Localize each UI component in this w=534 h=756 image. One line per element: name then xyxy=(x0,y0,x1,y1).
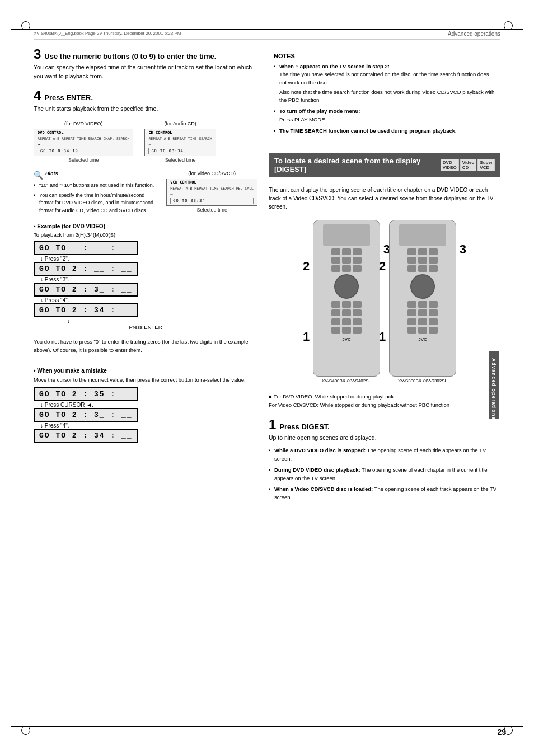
step4-title: Press ENTER. xyxy=(44,93,93,102)
rbtn xyxy=(353,327,362,334)
step4-body: The unit starts playback from the specif… xyxy=(34,105,257,114)
digest-item-3: When a Video CD/SVCD disc is loaded: The… xyxy=(274,485,500,501)
notes-item-2-body: Press PLAY MODE. xyxy=(279,116,326,123)
page-border-bottom xyxy=(11,726,523,727)
goto-arrow-2: ↓ Press "3". xyxy=(40,276,257,283)
digest-title: To locate a desired scene from the displ… xyxy=(274,157,441,173)
remote1-buttons xyxy=(331,248,362,272)
notes-item-2-title: To turn off the play mode menu: xyxy=(279,108,360,114)
dvd-screen-caption: Selected time xyxy=(68,157,99,163)
rbtn xyxy=(331,327,340,334)
digest-badges: DVDVIDEO VideoCD SuperVCD xyxy=(441,159,495,171)
rbtn xyxy=(331,309,340,316)
rbtn xyxy=(353,318,362,325)
rbtn xyxy=(342,265,351,272)
step3-body: You can specify the elapsed time of the … xyxy=(34,63,257,81)
notes-item-1-title: When ⌂ appears on the TV screen in step … xyxy=(279,63,390,69)
remote1-container: 2 3 1 xyxy=(313,220,380,383)
header-file-info: XV-S400BK(J)_Eng.book Page 29 Thursday, … xyxy=(34,31,181,36)
rbtn xyxy=(418,301,427,308)
rbtn xyxy=(429,265,438,272)
remote2-bottom xyxy=(407,301,438,316)
goto-box-3: GO TO 2 : 3_ : __ xyxy=(34,283,138,297)
main-content: 3 Use the numeric buttons (0 to 9) to en… xyxy=(34,48,500,722)
remote2-num2: 2 xyxy=(379,259,386,274)
remote2-top xyxy=(399,224,447,246)
hint-item-2: You can specify the time in hour/minute/… xyxy=(39,192,160,215)
step4-section: 4 Press ENTER. The unit starts playback … xyxy=(34,89,257,117)
remote1-top xyxy=(323,224,371,246)
right-column: NOTES When ⌂ appears on the TV screen in… xyxy=(269,48,500,722)
remote2-label: XV-S300BK /XV-S302SL xyxy=(398,378,447,383)
vcd-screen-rows: REPEAT A-B REPEAT TIME SEARCH PBC CALL xyxy=(170,186,254,191)
rbtn xyxy=(353,265,362,272)
digest-header: To locate a desired scene from the displ… xyxy=(269,153,500,177)
dvd-screen: DVD CONTROL REPEAT A-B REPEAT TIME SEARC… xyxy=(34,129,133,156)
step1-digest-num: 1 xyxy=(269,418,276,431)
step3-section: 3 Use the numeric buttons (0 to 9) to en… xyxy=(34,48,257,84)
step1-digest-body: Up to nine opening scenes are displayed. xyxy=(269,434,500,443)
step1-digest-header: 1 Press DIGEST. xyxy=(269,418,500,431)
press-enter-label: Press ENTER xyxy=(34,324,257,330)
rbtn xyxy=(342,257,351,264)
mistake-title: • When you make a mistake xyxy=(34,368,257,374)
rbtn xyxy=(407,309,416,316)
rbtn xyxy=(331,248,340,255)
rbtn xyxy=(418,265,427,272)
notes-item-2: To turn off the play mode menu: Press PL… xyxy=(274,107,495,124)
rbtn xyxy=(418,248,427,255)
rbtn xyxy=(429,257,438,264)
digest-item-2: During DVD VIDEO disc playback: The open… xyxy=(274,466,500,482)
rbtn xyxy=(407,265,416,272)
hints-icon: 🔍 xyxy=(34,171,43,180)
notes-item-1-body: The time you have selected is not contai… xyxy=(279,71,489,85)
cd-screen-item: (for Audio CD) CD CONTROL REPEAT A-B REP… xyxy=(144,121,216,163)
rbtn xyxy=(331,257,340,264)
remote1-bottom xyxy=(331,301,362,316)
playback-note1: ■ For DVD VIDEO: While stopped or during… xyxy=(269,392,500,401)
digest-body: The unit can display the opening scene o… xyxy=(269,186,500,211)
example-subtitle: To playback from 2(H):34(M):00(S) xyxy=(34,232,257,238)
cd-screen-rows: REPEAT A-B REPEAT TIME SEARCH xyxy=(148,137,212,141)
goto-box-1: GO TO _ : __ : __ xyxy=(34,241,138,255)
dvd-screen-time: GO TO 0:34:19 xyxy=(38,148,129,154)
remote2-bottom2 xyxy=(407,318,438,334)
vcd-screen-title: VCD CONTROL xyxy=(170,180,254,185)
cd-screen-time: GO TO 03:34 xyxy=(148,148,212,154)
step1-digest-title: Press DIGEST. xyxy=(279,422,330,431)
remote2-num1: 1 xyxy=(379,330,386,344)
rbtn xyxy=(429,309,438,316)
digest-item-1: While a DVD VIDEO disc is stopped: The o… xyxy=(274,446,500,463)
trailing-zeros-note: You do not have to press "0" to enter th… xyxy=(34,338,257,354)
digest-item-2-label: During DVD VIDEO disc playback: xyxy=(274,467,360,473)
hints-label-row: 🔍 Hints xyxy=(34,171,160,180)
goto-arrow-3: ↓ Press "4". xyxy=(40,297,257,303)
rbtn xyxy=(407,327,416,334)
mistake-goto-3: GO TO 2 : 34 : __ xyxy=(34,429,138,443)
page-header: XV-S400BK(J)_Eng.book Page 29 Thursday, … xyxy=(34,31,500,40)
remote2-buttons xyxy=(407,248,438,272)
rbtn xyxy=(353,301,362,308)
rbtn xyxy=(331,318,340,325)
rbtn xyxy=(353,309,362,316)
remote1-num2: 2 xyxy=(303,259,310,274)
rbtn xyxy=(429,327,438,334)
page-number: 29 xyxy=(497,727,506,736)
badge-dvd: DVDVIDEO xyxy=(441,159,459,171)
step4-number: 4 xyxy=(34,89,41,102)
rbtn xyxy=(407,257,416,264)
example-section: • Example (for DVD VIDEO) To playback fr… xyxy=(34,223,257,330)
mistake-section: • When you make a mistake Move the curso… xyxy=(34,368,257,443)
rbtn xyxy=(418,318,427,325)
goto-box-2: GO TO 2 : __ : __ xyxy=(34,262,138,276)
step1-digest-items: While a DVD VIDEO disc is stopped: The o… xyxy=(269,446,500,501)
badge-super: SuperVCD xyxy=(477,159,495,171)
mistake-arrow-1: ↓ Press CURSOR ◄. xyxy=(40,402,257,408)
mistake-body: Move the cursor to the incorrect value, … xyxy=(34,376,257,384)
rbtn xyxy=(429,318,438,325)
digest-item-3-label: When a Video CD/SVCD disc is loaded: xyxy=(274,486,373,492)
header-section: Advanced operations xyxy=(448,31,500,37)
notes-item-1: When ⌂ appears on the TV screen in step … xyxy=(274,63,495,104)
rbtn xyxy=(331,301,340,308)
cd-screen-arrow: ↵ xyxy=(148,142,212,147)
